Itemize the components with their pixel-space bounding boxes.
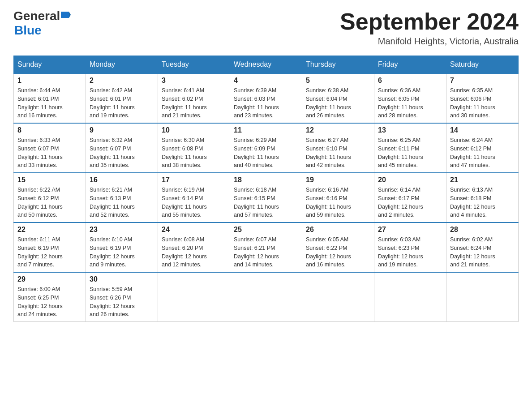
- logo-general: General: [13, 9, 60, 23]
- calendar-day: 25 Sunrise: 6:07 AM Sunset: 6:21 PM Dayl…: [230, 223, 302, 272]
- calendar-day: 28 Sunrise: 6:02 AM Sunset: 6:24 PM Dayl…: [446, 223, 519, 272]
- calendar-week-4: 22 Sunrise: 6:11 AM Sunset: 6:19 PM Dayl…: [14, 223, 519, 272]
- day-number: 6: [378, 77, 442, 85]
- calendar-day: 16 Sunrise: 6:21 AM Sunset: 6:13 PM Dayl…: [86, 173, 158, 223]
- header-tuesday: Tuesday: [158, 56, 230, 74]
- logo-blue: Blue: [14, 23, 71, 38]
- calendar-day: 6 Sunrise: 6:36 AM Sunset: 6:05 PM Dayli…: [374, 73, 446, 123]
- day-info: Sunrise: 6:42 AM Sunset: 6:01 PM Dayligh…: [90, 86, 154, 120]
- day-info: Sunrise: 6:29 AM Sunset: 6:09 PM Dayligh…: [234, 136, 298, 170]
- day-number: 1: [17, 77, 82, 85]
- calendar-day: 2 Sunrise: 6:42 AM Sunset: 6:01 PM Dayli…: [86, 73, 158, 123]
- calendar-day: 14 Sunrise: 6:24 AM Sunset: 6:12 PM Dayl…: [446, 123, 519, 173]
- calendar-week-3: 15 Sunrise: 6:22 AM Sunset: 6:12 PM Dayl…: [14, 173, 519, 223]
- day-info: Sunrise: 6:27 AM Sunset: 6:10 PM Dayligh…: [306, 136, 370, 170]
- title-section: September 2024 Manifold Heights, Victori…: [340, 9, 519, 47]
- day-info: Sunrise: 6:33 AM Sunset: 6:07 PM Dayligh…: [17, 136, 82, 170]
- header-thursday: Thursday: [302, 56, 374, 74]
- day-number: 18: [234, 176, 298, 184]
- day-number: 9: [90, 126, 154, 134]
- day-number: 16: [90, 176, 154, 184]
- calendar-day: 7 Sunrise: 6:35 AM Sunset: 6:06 PM Dayli…: [446, 73, 519, 123]
- calendar-day: 8 Sunrise: 6:33 AM Sunset: 6:07 PM Dayli…: [14, 123, 86, 173]
- calendar-day: 21 Sunrise: 6:13 AM Sunset: 6:18 PM Dayl…: [446, 173, 519, 223]
- day-number: 7: [450, 77, 515, 85]
- calendar-day: 26 Sunrise: 6:05 AM Sunset: 6:22 PM Dayl…: [302, 223, 374, 272]
- day-number: 4: [234, 77, 298, 85]
- day-number: 20: [378, 176, 442, 184]
- calendar-day: 23 Sunrise: 6:10 AM Sunset: 6:19 PM Dayl…: [86, 223, 158, 272]
- calendar-week-5: 29 Sunrise: 6:00 AM Sunset: 6:25 PM Dayl…: [14, 272, 519, 322]
- day-info: Sunrise: 6:22 AM Sunset: 6:12 PM Dayligh…: [17, 186, 82, 219]
- calendar-day: 9 Sunrise: 6:32 AM Sunset: 6:07 PM Dayli…: [86, 123, 158, 173]
- header-friday: Friday: [374, 56, 446, 74]
- calendar-day: 5 Sunrise: 6:38 AM Sunset: 6:04 PM Dayli…: [302, 73, 374, 123]
- day-number: 15: [17, 176, 82, 184]
- day-number: 21: [450, 176, 515, 184]
- calendar-day: 4 Sunrise: 6:39 AM Sunset: 6:03 PM Dayli…: [230, 73, 302, 123]
- day-number: 11: [234, 126, 298, 134]
- calendar-header-row: Sunday Monday Tuesday Wednesday Thursday…: [14, 56, 519, 74]
- calendar-day: 24 Sunrise: 6:08 AM Sunset: 6:20 PM Dayl…: [158, 223, 230, 272]
- day-info: Sunrise: 6:02 AM Sunset: 6:24 PM Dayligh…: [450, 235, 515, 269]
- day-info: Sunrise: 6:14 AM Sunset: 6:17 PM Dayligh…: [378, 186, 442, 219]
- day-info: Sunrise: 6:21 AM Sunset: 6:13 PM Dayligh…: [90, 186, 154, 219]
- calendar-day: [302, 272, 374, 322]
- calendar-day: [158, 272, 230, 322]
- calendar-day: 12 Sunrise: 6:27 AM Sunset: 6:10 PM Dayl…: [302, 123, 374, 173]
- header-saturday: Saturday: [446, 56, 519, 74]
- day-number: 28: [450, 226, 515, 234]
- header-sunday: Sunday: [14, 56, 86, 74]
- day-info: Sunrise: 6:18 AM Sunset: 6:15 PM Dayligh…: [234, 186, 298, 219]
- location: Manifold Heights, Victoria, Australia: [340, 36, 519, 47]
- calendar-day: 19 Sunrise: 6:16 AM Sunset: 6:16 PM Dayl…: [302, 173, 374, 223]
- day-number: 27: [378, 226, 442, 234]
- day-info: Sunrise: 6:07 AM Sunset: 6:21 PM Dayligh…: [234, 235, 298, 269]
- day-number: 12: [306, 126, 370, 134]
- calendar-day: 17 Sunrise: 6:19 AM Sunset: 6:14 PM Dayl…: [158, 173, 230, 223]
- calendar-day: 15 Sunrise: 6:22 AM Sunset: 6:12 PM Dayl…: [14, 173, 86, 223]
- day-info: Sunrise: 6:08 AM Sunset: 6:20 PM Dayligh…: [162, 235, 226, 269]
- calendar-week-2: 8 Sunrise: 6:33 AM Sunset: 6:07 PM Dayli…: [14, 123, 519, 173]
- calendar-day: 18 Sunrise: 6:18 AM Sunset: 6:15 PM Dayl…: [230, 173, 302, 223]
- day-number: 29: [17, 275, 82, 283]
- svg-marker-0: [61, 12, 69, 18]
- calendar-day: 13 Sunrise: 6:25 AM Sunset: 6:11 PM Dayl…: [374, 123, 446, 173]
- day-info: Sunrise: 6:39 AM Sunset: 6:03 PM Dayligh…: [234, 86, 298, 120]
- logo: General Blue: [13, 9, 71, 38]
- calendar-day: 27 Sunrise: 6:03 AM Sunset: 6:23 PM Dayl…: [374, 223, 446, 272]
- day-info: Sunrise: 6:41 AM Sunset: 6:02 PM Dayligh…: [162, 86, 226, 120]
- day-info: Sunrise: 6:13 AM Sunset: 6:18 PM Dayligh…: [450, 186, 515, 219]
- day-number: 3: [162, 77, 226, 85]
- calendar-day: [230, 272, 302, 322]
- page-header: General Blue September 2024 Manifold Hei…: [13, 9, 519, 47]
- calendar-day: 29 Sunrise: 6:00 AM Sunset: 6:25 PM Dayl…: [14, 272, 86, 322]
- day-number: 13: [378, 126, 442, 134]
- calendar-week-1: 1 Sunrise: 6:44 AM Sunset: 6:01 PM Dayli…: [14, 73, 519, 123]
- day-number: 22: [17, 226, 82, 234]
- day-info: Sunrise: 6:24 AM Sunset: 6:12 PM Dayligh…: [450, 136, 515, 170]
- header-wednesday: Wednesday: [230, 56, 302, 74]
- calendar-day: [374, 272, 446, 322]
- logo-flag-icon: [61, 12, 71, 21]
- calendar-day: 3 Sunrise: 6:41 AM Sunset: 6:02 PM Dayli…: [158, 73, 230, 123]
- svg-marker-1: [69, 12, 71, 18]
- day-number: 17: [162, 176, 226, 184]
- day-number: 23: [90, 226, 154, 234]
- calendar-day: 1 Sunrise: 6:44 AM Sunset: 6:01 PM Dayli…: [14, 73, 86, 123]
- calendar-day: [446, 272, 519, 322]
- day-info: Sunrise: 6:35 AM Sunset: 6:06 PM Dayligh…: [450, 86, 515, 120]
- day-number: 8: [17, 126, 82, 134]
- day-info: Sunrise: 6:38 AM Sunset: 6:04 PM Dayligh…: [306, 86, 370, 120]
- month-title: September 2024: [340, 9, 519, 34]
- day-number: 2: [90, 77, 154, 85]
- calendar-day: 10 Sunrise: 6:30 AM Sunset: 6:08 PM Dayl…: [158, 123, 230, 173]
- day-number: 5: [306, 77, 370, 85]
- day-info: Sunrise: 6:32 AM Sunset: 6:07 PM Dayligh…: [90, 136, 154, 170]
- day-info: Sunrise: 6:00 AM Sunset: 6:25 PM Dayligh…: [17, 285, 82, 319]
- calendar-table: Sunday Monday Tuesday Wednesday Thursday…: [13, 56, 519, 322]
- day-info: Sunrise: 6:25 AM Sunset: 6:11 PM Dayligh…: [378, 136, 442, 170]
- day-info: Sunrise: 6:44 AM Sunset: 6:01 PM Dayligh…: [17, 86, 82, 120]
- day-number: 25: [234, 226, 298, 234]
- day-info: Sunrise: 6:05 AM Sunset: 6:22 PM Dayligh…: [306, 235, 370, 269]
